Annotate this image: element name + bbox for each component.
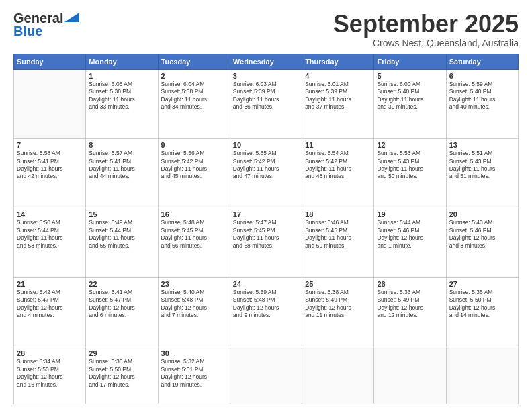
table-row: 8Sunrise: 5:57 AMSunset: 5:41 PMDaylight… <box>86 139 158 208</box>
table-row: 27Sunrise: 5:35 AMSunset: 5:50 PMDayligh… <box>446 277 518 347</box>
cell-date-number: 20 <box>449 210 515 218</box>
table-row: 10Sunrise: 5:55 AMSunset: 5:42 PMDayligh… <box>230 139 302 208</box>
cell-date-number: 9 <box>161 141 227 149</box>
cell-info-text: Sunrise: 5:35 AMSunset: 5:50 PMDaylight:… <box>449 289 515 320</box>
cell-date-number: 26 <box>377 280 443 288</box>
table-row <box>374 347 446 404</box>
cell-date-number: 11 <box>305 141 371 149</box>
table-row: 16Sunrise: 5:48 AMSunset: 5:45 PMDayligh… <box>158 208 230 277</box>
cell-date-number: 23 <box>161 280 227 288</box>
table-row: 17Sunrise: 5:47 AMSunset: 5:45 PMDayligh… <box>230 208 302 277</box>
cell-info-text: Sunrise: 5:50 AMSunset: 5:44 PMDaylight:… <box>17 219 83 250</box>
table-row: 11Sunrise: 5:54 AMSunset: 5:42 PMDayligh… <box>302 139 374 208</box>
cell-date-number: 28 <box>17 349 83 357</box>
cell-info-text: Sunrise: 5:57 AMSunset: 5:41 PMDaylight:… <box>89 150 154 181</box>
header: General Blue September 2025 Crows Nest, … <box>13 11 519 48</box>
cell-info-text: Sunrise: 5:44 AMSunset: 5:46 PMDaylight:… <box>377 219 443 250</box>
cell-date-number: 25 <box>305 280 371 288</box>
cell-date-number: 15 <box>89 210 154 218</box>
cell-info-text: Sunrise: 5:42 AMSunset: 5:47 PMDaylight:… <box>17 289 83 320</box>
cell-info-text: Sunrise: 6:00 AMSunset: 5:40 PMDaylight:… <box>377 81 443 111</box>
cell-info-text: Sunrise: 5:46 AMSunset: 5:45 PMDaylight:… <box>305 219 371 250</box>
table-row: 24Sunrise: 5:39 AMSunset: 5:48 PMDayligh… <box>230 277 302 347</box>
cell-info-text: Sunrise: 5:53 AMSunset: 5:43 PMDaylight:… <box>377 150 443 181</box>
cell-date-number: 12 <box>377 141 443 149</box>
table-row <box>302 347 374 404</box>
cell-date-number: 6 <box>449 72 515 80</box>
cell-date-number: 3 <box>233 72 299 80</box>
table-row: 1Sunrise: 6:05 AMSunset: 5:38 PMDaylight… <box>86 69 158 138</box>
calendar-header-row: Sunday Monday Tuesday Wednesday Thursday… <box>14 54 519 69</box>
table-row: 28Sunrise: 5:34 AMSunset: 5:50 PMDayligh… <box>14 347 86 404</box>
col-thursday: Thursday <box>302 54 374 69</box>
page: General Blue September 2025 Crows Nest, … <box>0 0 532 411</box>
cell-info-text: Sunrise: 5:48 AMSunset: 5:45 PMDaylight:… <box>161 219 227 250</box>
cell-date-number: 29 <box>89 349 154 357</box>
logo-icon <box>64 13 79 22</box>
table-row: 9Sunrise: 5:56 AMSunset: 5:42 PMDaylight… <box>158 139 230 208</box>
col-friday: Friday <box>374 54 446 69</box>
table-row: 22Sunrise: 5:41 AMSunset: 5:47 PMDayligh… <box>86 277 158 347</box>
table-row: 13Sunrise: 5:51 AMSunset: 5:43 PMDayligh… <box>446 139 518 208</box>
calendar-table: Sunday Monday Tuesday Wednesday Thursday… <box>13 54 519 404</box>
cell-date-number: 14 <box>17 210 83 218</box>
cell-info-text: Sunrise: 6:04 AMSunset: 5:38 PMDaylight:… <box>161 81 227 111</box>
cell-date-number: 22 <box>89 280 154 288</box>
cell-info-text: Sunrise: 5:36 AMSunset: 5:49 PMDaylight:… <box>377 289 443 320</box>
table-row: 20Sunrise: 5:43 AMSunset: 5:46 PMDayligh… <box>446 208 518 277</box>
calendar-week-row: 14Sunrise: 5:50 AMSunset: 5:44 PMDayligh… <box>14 208 519 277</box>
col-tuesday: Tuesday <box>158 54 230 69</box>
cell-info-text: Sunrise: 6:01 AMSunset: 5:39 PMDaylight:… <box>305 81 371 111</box>
table-row: 19Sunrise: 5:44 AMSunset: 5:46 PMDayligh… <box>374 208 446 277</box>
table-row: 15Sunrise: 5:49 AMSunset: 5:44 PMDayligh… <box>86 208 158 277</box>
table-row: 14Sunrise: 5:50 AMSunset: 5:44 PMDayligh… <box>14 208 86 277</box>
cell-info-text: Sunrise: 5:55 AMSunset: 5:42 PMDaylight:… <box>233 150 299 181</box>
table-row: 25Sunrise: 5:38 AMSunset: 5:49 PMDayligh… <box>302 277 374 347</box>
cell-info-text: Sunrise: 6:03 AMSunset: 5:39 PMDaylight:… <box>233 81 299 111</box>
table-row: 30Sunrise: 5:32 AMSunset: 5:51 PMDayligh… <box>158 347 230 404</box>
cell-info-text: Sunrise: 5:38 AMSunset: 5:49 PMDaylight:… <box>305 289 371 320</box>
table-row <box>14 69 86 138</box>
table-row: 12Sunrise: 5:53 AMSunset: 5:43 PMDayligh… <box>374 139 446 208</box>
col-saturday: Saturday <box>446 54 518 69</box>
table-row: 21Sunrise: 5:42 AMSunset: 5:47 PMDayligh… <box>14 277 86 347</box>
table-row: 6Sunrise: 5:59 AMSunset: 5:40 PMDaylight… <box>446 69 518 138</box>
cell-date-number: 2 <box>161 72 227 80</box>
table-row: 7Sunrise: 5:58 AMSunset: 5:41 PMDaylight… <box>14 139 86 208</box>
table-row: 18Sunrise: 5:46 AMSunset: 5:45 PMDayligh… <box>302 208 374 277</box>
cell-info-text: Sunrise: 5:34 AMSunset: 5:50 PMDaylight:… <box>17 358 83 389</box>
cell-date-number: 18 <box>305 210 371 218</box>
cell-info-text: Sunrise: 5:49 AMSunset: 5:44 PMDaylight:… <box>89 219 154 250</box>
calendar-week-row: 7Sunrise: 5:58 AMSunset: 5:41 PMDaylight… <box>14 139 519 208</box>
cell-info-text: Sunrise: 5:43 AMSunset: 5:46 PMDaylight:… <box>449 219 515 250</box>
cell-date-number: 30 <box>161 349 227 357</box>
cell-date-number: 13 <box>449 141 515 149</box>
cell-info-text: Sunrise: 5:59 AMSunset: 5:40 PMDaylight:… <box>449 81 515 111</box>
cell-date-number: 4 <box>305 72 371 80</box>
cell-info-text: Sunrise: 5:56 AMSunset: 5:42 PMDaylight:… <box>161 150 227 181</box>
table-row: 29Sunrise: 5:33 AMSunset: 5:50 PMDayligh… <box>86 347 158 404</box>
svg-marker-0 <box>64 13 79 22</box>
month-title: September 2025 <box>333 11 519 38</box>
cell-date-number: 8 <box>89 141 154 149</box>
cell-info-text: Sunrise: 5:32 AMSunset: 5:51 PMDaylight:… <box>161 358 227 389</box>
cell-info-text: Sunrise: 5:51 AMSunset: 5:43 PMDaylight:… <box>449 150 515 181</box>
cell-date-number: 1 <box>89 72 154 80</box>
cell-info-text: Sunrise: 6:05 AMSunset: 5:38 PMDaylight:… <box>89 81 154 111</box>
col-sunday: Sunday <box>14 54 86 69</box>
table-row: 3Sunrise: 6:03 AMSunset: 5:39 PMDaylight… <box>230 69 302 138</box>
logo: General Blue <box>13 11 79 39</box>
calendar-week-row: 21Sunrise: 5:42 AMSunset: 5:47 PMDayligh… <box>14 277 519 347</box>
cell-date-number: 21 <box>17 280 83 288</box>
cell-info-text: Sunrise: 5:54 AMSunset: 5:42 PMDaylight:… <box>305 150 371 181</box>
calendar-week-row: 1Sunrise: 6:05 AMSunset: 5:38 PMDaylight… <box>14 69 519 138</box>
cell-date-number: 16 <box>161 210 227 218</box>
table-row <box>446 347 518 404</box>
cell-info-text: Sunrise: 5:33 AMSunset: 5:50 PMDaylight:… <box>89 358 154 389</box>
cell-date-number: 19 <box>377 210 443 218</box>
table-row: 4Sunrise: 6:01 AMSunset: 5:39 PMDaylight… <box>302 69 374 138</box>
cell-date-number: 5 <box>377 72 443 80</box>
logo-blue: Blue <box>13 24 42 39</box>
location-subtitle: Crows Nest, Queensland, Australia <box>333 38 519 48</box>
cell-date-number: 24 <box>233 280 299 288</box>
